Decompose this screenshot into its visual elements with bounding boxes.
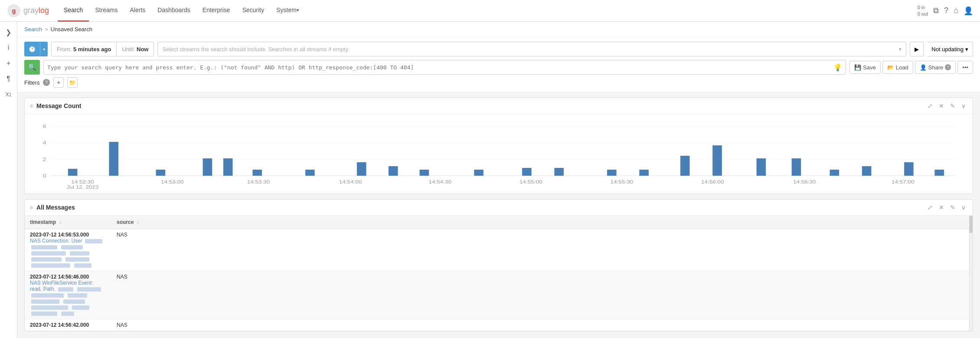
share-button[interactable]: 👤 Share ? [915,61,956,74]
nav-dashboards[interactable]: Dashboards [151,0,196,22]
nav-enterprise[interactable]: Enterprise [196,0,236,22]
not-updating-button[interactable]: Not updating ▾ [927,42,973,56]
blurred-text-2 [31,245,57,249]
execute-search-button[interactable]: 🔍 [24,60,40,75]
expand-panel-button[interactable]: ⤢ [926,102,934,110]
nav-streams[interactable]: Streams [89,0,124,22]
message-timestamp: 2023-07-12 14:56:53.000 [30,232,106,238]
blurred-text-17 [72,305,89,310]
time-picker-button[interactable]: 🕐 ▾ [24,42,48,56]
blurred-text-10 [58,287,73,292]
svg-rect-22 [554,168,564,176]
collapse-messages-button[interactable]: ∨ [960,203,967,212]
external-link-icon[interactable]: ⧉ [933,6,939,15]
messages-tbody: 2023-07-12 14:56:53.000 NAS Connection: … [25,229,973,331]
filters-row: Filters ? + 📁 [24,75,973,88]
close-messages-button[interactable]: ✕ [937,203,946,212]
svg-text:g: g [12,7,16,14]
timestamp-header[interactable]: timestamp ↕ [25,216,111,229]
sidebar-info-btn[interactable]: i [2,41,16,55]
messages-thead: timestamp ↕ source ↕ [25,216,973,229]
more-options-button[interactable]: ••• [957,61,973,74]
load-button[interactable]: 📂 Load [882,61,913,74]
save-icon: 💾 [854,64,861,71]
filters-help-icon[interactable]: ? [43,79,50,86]
search-area: 🕐 ▾ From: 5 minutes ago Until: Now Selec… [17,37,980,92]
help-icon[interactable]: ? [944,6,948,15]
timestamp-sort-icon[interactable]: ↕ [59,220,61,225]
play-icon: ▶ [915,46,919,53]
time-from: From: 5 minutes ago [52,42,117,56]
message-timestamp-cell: 2023-07-12 14:56:53.000 NAS Connection: … [25,229,111,271]
time-dropdown-arrow[interactable]: ▾ [40,42,48,56]
all-messages-panel: ≡ All Messages ⤢ ✕ ✎ ∨ [24,199,973,331]
message-timestamp-cell: 2023-07-12 14:56:46.000 NAS WinFileServi… [25,271,111,319]
blurred-text-11 [77,287,101,292]
message-count-header: ≡ Message Count ⤢ ✕ ✎ ∨ [25,98,973,114]
add-filter-button[interactable]: + [53,77,64,88]
messages-header-row: timestamp ↕ source ↕ [25,216,973,229]
svg-rect-27 [757,158,766,176]
message-count-panel: ≡ Message Count ⤢ ✕ ✎ ∨ 6 4 2 [24,98,973,194]
sidebar-format-btn[interactable]: X1 [2,88,16,102]
svg-rect-12 [156,170,166,176]
breadcrumb-current: Unsaved Search [51,26,92,33]
svg-rect-15 [252,170,262,176]
panel-scrollbar[interactable] [969,216,973,331]
sidebar-paragraph-btn[interactable]: ¶ [2,72,16,86]
svg-text:14:56:30: 14:56:30 [793,180,816,185]
search-input[interactable] [47,64,832,71]
panel-title-row: ≡ Message Count [30,102,81,109]
message-source: NAS [117,232,127,238]
filter-folder-button[interactable]: 📁 [67,77,78,88]
svg-text:6: 6 [43,124,46,129]
load-label: Load [896,64,908,71]
source-header[interactable]: source ↕ [111,216,973,229]
source-sort-icon[interactable]: ↕ [137,220,139,225]
lightbulb-icon[interactable]: 💡 [833,63,842,72]
message-count-chart: 6 4 2 0 [25,114,973,194]
nav-security[interactable]: Security [236,0,271,22]
expand-messages-button[interactable]: ⤢ [926,203,934,212]
stream-selector[interactable]: Select streams the search should include… [157,42,906,56]
home-icon[interactable]: ⌂ [954,6,958,15]
blurred-text-4 [31,251,66,256]
scrollbar-thumb[interactable] [969,216,973,233]
svg-text:14:55:30: 14:55:30 [610,180,633,185]
edit-messages-button[interactable]: ✎ [948,203,957,212]
blurred-text-19 [61,312,74,316]
all-messages-title: All Messages [36,204,75,211]
close-panel-button[interactable]: ✕ [937,102,946,110]
blurred-text-15 [63,299,85,304]
breadcrumb-search-link[interactable]: Search [24,26,42,33]
refresh-button[interactable]: ▶ [910,42,924,56]
edit-panel-button[interactable]: ✎ [948,102,957,110]
svg-rect-25 [680,156,690,176]
collapse-panel-button[interactable]: ∨ [960,102,967,110]
all-messages-drag-icon[interactable]: ≡ [30,204,33,210]
svg-text:14:57:00: 14:57:00 [892,180,915,185]
blurred-text-7 [65,257,89,262]
svg-rect-31 [904,162,914,176]
user-icon[interactable]: 👤 [964,6,973,16]
sidebar-collapse-btn[interactable]: ❯ [2,25,16,39]
sidebar-add-btn[interactable]: + [2,56,16,70]
svg-text:4: 4 [43,140,46,146]
from-value: 5 minutes ago [73,46,111,53]
updating-dropdown-arrow: ▾ [965,46,968,53]
blurred-text-12 [31,293,64,298]
message-source-cell: NAS [111,271,973,319]
table-row: 2023-07-12 14:56:53.000 NAS Connection: … [25,229,973,271]
nav-counts: 0 in 0 out [918,4,928,17]
search-row-1: 🕐 ▾ From: 5 minutes ago Until: Now Selec… [24,42,973,56]
nav-search[interactable]: Search [58,0,89,22]
nav-system[interactable]: System [270,0,305,22]
message-content: NAS Connection: User [30,238,106,268]
svg-text:14:53:00: 14:53:00 [161,180,184,185]
share-icon: 👤 [920,64,927,71]
save-button[interactable]: 💾 Save [849,61,881,74]
drag-handle-icon[interactable]: ≡ [30,103,33,109]
message-source-cell: NAS [111,319,973,331]
time-until: Until: Now [117,42,154,56]
nav-alerts[interactable]: Alerts [124,0,152,22]
